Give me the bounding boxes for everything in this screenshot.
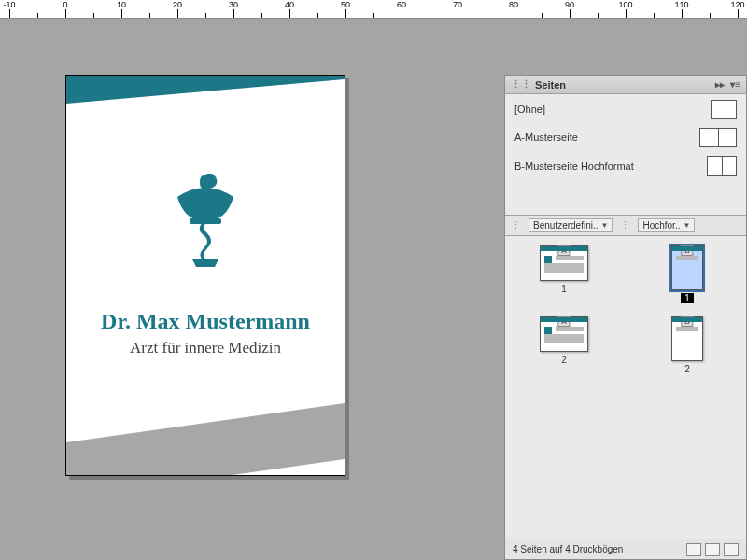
chevron-down-icon: ▼ (601, 221, 609, 230)
panel-title: Seiten (535, 79, 566, 91)
page-thumb: A (540, 316, 588, 352)
master-page-a[interactable]: A-Musterseite (514, 128, 737, 147)
page-thumb: B (671, 245, 703, 290)
grip-icon: ⋮⋮ (511, 78, 531, 91)
section-bar: ⋮ Benutzerdefini..▼ ⋮ Hochfor..▼ (505, 216, 746, 236)
page-number: 2 (557, 355, 571, 365)
document-header-stripe (66, 75, 345, 104)
panel-header[interactable]: ⋮⋮ Seiten ▸▸ ▾≡ (505, 76, 746, 94)
page-thumb: B (671, 316, 703, 361)
master-page-none[interactable]: [Ohne] (514, 100, 737, 119)
page-thumbnail[interactable]: B2 (638, 316, 737, 374)
section-custom-dropdown[interactable]: Benutzerdefini..▼ (529, 218, 613, 232)
master-thumb (699, 128, 737, 147)
footer-status: 4 Seiten auf 4 Druckbögen (513, 544, 623, 554)
page-thumbnail[interactable]: A1 (514, 245, 613, 303)
section-grip-icon: ⋮ (620, 219, 630, 231)
section-grip-icon: ⋮ (511, 219, 521, 231)
page-thumbnails: A1B1A2B2 (505, 236, 746, 539)
chevron-down-icon: ▼ (683, 221, 690, 230)
footer-layout-button[interactable] (686, 543, 701, 556)
page-number: 1 (681, 293, 694, 303)
page-thumb: A (540, 245, 588, 281)
document-page[interactable]: Dr. Max Mustermann Arzt für innere Mediz… (65, 75, 345, 476)
document-footer-stripe (66, 403, 345, 476)
delete-page-button[interactable] (724, 543, 739, 556)
master-thumb (707, 156, 737, 176)
page-number: 2 (681, 364, 694, 374)
section-portrait-dropdown[interactable]: Hochfor..▼ (638, 218, 695, 232)
master-page-b[interactable]: B-Musterseite Hochformat (514, 156, 737, 176)
master-thumb (711, 100, 737, 119)
panel-footer: 4 Seiten auf 4 Druckbögen (505, 539, 746, 559)
pages-panel: ⋮⋮ Seiten ▸▸ ▾≡ [Ohne] A-Musterseite B-M… (504, 75, 747, 560)
document-subtitle: Arzt für innere Medizin (66, 339, 345, 357)
page-thumbnail[interactable]: A2 (514, 316, 613, 374)
page-number: 1 (557, 284, 571, 294)
page-thumbnail[interactable]: B1 (638, 245, 737, 303)
horizontal-ruler: -100102030405060708090100110120130 (0, 0, 747, 19)
panel-menu-button[interactable]: ▾≡ (730, 79, 740, 90)
document-title: Dr. Max Mustermann (66, 309, 345, 334)
new-page-button[interactable] (705, 543, 720, 556)
collapse-button[interactable]: ▸▸ (715, 79, 725, 90)
master-pages-list: [Ohne] A-Musterseite B-Musterseite Hochf… (505, 94, 746, 216)
asclepius-bowl-icon (168, 174, 243, 267)
